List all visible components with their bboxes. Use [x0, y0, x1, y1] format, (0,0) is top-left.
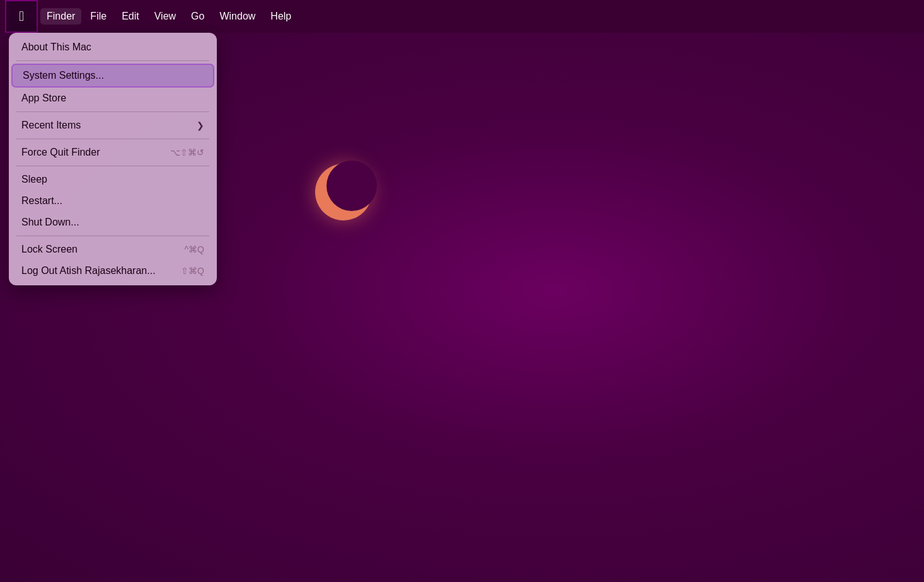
- menu-item-recent-items[interactable]: Recent Items ❯: [11, 115, 214, 136]
- menubar-finder[interactable]: Finder: [40, 8, 81, 25]
- menu-item-app-store-label: App Store: [21, 93, 66, 104]
- menu-item-force-quit-label: Force Quit Finder: [21, 147, 100, 158]
- menubar-file[interactable]: File: [84, 8, 113, 25]
- menu-item-sleep-label: Sleep: [21, 174, 47, 185]
- moon-decoration: [315, 164, 372, 220]
- menubar-window[interactable]: Window: [213, 8, 262, 25]
- moon-mask: [326, 161, 377, 211]
- chevron-right-icon: ❯: [197, 120, 204, 130]
- menu-item-shutdown[interactable]: Shut Down...: [11, 212, 214, 233]
- moon-shape: [315, 164, 372, 220]
- menu-item-about[interactable]: About This Mac: [11, 37, 214, 58]
- menu-item-shutdown-label: Shut Down...: [21, 217, 79, 228]
- apple-menu-button[interactable]: : [5, 0, 38, 33]
- apple-dropdown-menu: About This Mac System Settings... App St…: [9, 33, 217, 285]
- menu-item-system-settings-label: System Settings...: [23, 70, 104, 81]
- divider-3: [16, 139, 209, 139]
- menubar-view[interactable]: View: [148, 8, 182, 25]
- divider-5: [16, 236, 209, 236]
- menu-item-lock-screen[interactable]: Lock Screen ^⌘Q: [11, 239, 214, 260]
- menu-item-restart[interactable]: Restart...: [11, 190, 214, 212]
- divider-2: [16, 111, 209, 112]
- menu-item-app-store[interactable]: App Store: [11, 88, 214, 109]
- apple-logo-icon: : [19, 9, 24, 23]
- menu-item-logout[interactable]: Log Out Atish Rajasekharan... ⇧⌘Q: [11, 260, 214, 282]
- menu-item-recent-items-label: Recent Items: [21, 120, 81, 131]
- menu-item-about-label: About This Mac: [21, 42, 91, 53]
- menubar-help[interactable]: Help: [264, 8, 297, 25]
- menubar-go[interactable]: Go: [185, 8, 211, 25]
- lock-screen-shortcut: ^⌘Q: [185, 244, 204, 254]
- menu-item-lock-screen-label: Lock Screen: [21, 244, 78, 255]
- menubar-edit[interactable]: Edit: [115, 8, 146, 25]
- logout-shortcut: ⇧⌘Q: [181, 266, 204, 276]
- menubar:  Finder File Edit View Go Window Help: [0, 0, 924, 33]
- menubar-items: Finder File Edit View Go Window Help: [40, 8, 297, 25]
- menu-item-force-quit[interactable]: Force Quit Finder ⌥⇧⌘↺: [11, 142, 214, 163]
- divider-4: [16, 166, 209, 166]
- menu-item-logout-label: Log Out Atish Rajasekharan...: [21, 265, 156, 277]
- menu-item-restart-label: Restart...: [21, 195, 62, 207]
- menu-item-sleep[interactable]: Sleep: [11, 169, 214, 190]
- divider-1: [16, 60, 209, 61]
- force-quit-shortcut: ⌥⇧⌘↺: [170, 147, 204, 157]
- menu-item-system-settings[interactable]: System Settings...: [11, 64, 214, 88]
